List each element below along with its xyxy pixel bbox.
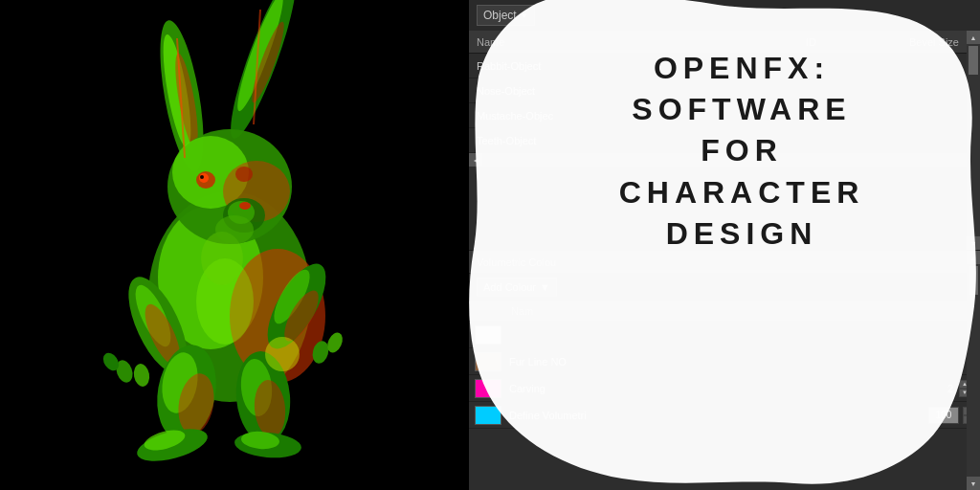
scroll-down-button[interactable]: ▼	[967, 236, 980, 250]
vertical-scrollbar[interactable]: ▲ ▼	[967, 31, 980, 250]
volumetric-color-panel: Volumetric Colou Add Colour ▼ Nam Fur Li…	[469, 251, 980, 490]
vol-scroll-thumb[interactable]	[969, 266, 978, 295]
vol-scroll-up-button[interactable]: ▲	[967, 251, 980, 264]
colour-swatch	[475, 325, 501, 345]
col-id-header: ID	[806, 36, 882, 48]
object-dropdown-label: Object	[483, 9, 517, 22]
vol-panel-header: Volumetric Colou	[469, 251, 980, 274]
vol-num-field[interactable]: 100	[936, 410, 952, 420]
h-scroll-track	[482, 153, 967, 167]
colour-row-name: Define Volumetri	[509, 410, 928, 421]
vol-vertical-scrollbar[interactable]: ▲ ▼	[967, 251, 980, 490]
colour-row-name: Fur Line NO	[509, 356, 895, 368]
add-colour-arrow: ▼	[540, 281, 550, 293]
add-colour-label: Add Colour	[483, 281, 536, 293]
scroll-left-button[interactable]: ◄	[469, 153, 482, 167]
chevron-down-icon: ▼	[521, 11, 528, 20]
vol-scroll-track	[967, 264, 980, 477]
row-name: Rabbit-Object	[477, 60, 819, 72]
right-panel: Object ▼ Name ID Bevel Size Rabbit-Objec…	[469, 0, 980, 490]
rabbit-render-svg	[0, 0, 469, 490]
svg-point-19	[235, 167, 253, 182]
colour-row[interactable]: Carving 2 ▲ ▼	[469, 375, 980, 402]
table-row[interactable]: Teeth-Object	[469, 128, 980, 153]
col-bevel-header: Bevel Size	[882, 36, 959, 48]
object-dropdown[interactable]: Object ▼	[477, 5, 535, 26]
col-name-header: Name	[477, 36, 806, 48]
row-name: Teeth-Object	[477, 135, 819, 146]
row-name: Nose-Object	[477, 85, 819, 97]
row-name: Mustache-Objec	[477, 110, 819, 122]
add-colour-button[interactable]: Add Colour ▼	[477, 278, 557, 297]
vol-panel-title: Volumetric Colou	[477, 256, 972, 268]
colour-swatch	[475, 406, 501, 425]
scroll-up-button[interactable]: ▲	[967, 31, 980, 44]
colour-row[interactable]: Define Volumetri 100 ▲ ▼	[469, 402, 980, 429]
colour-swatch	[475, 379, 501, 398]
vol-toolbar: Add Colour ▼	[469, 274, 980, 301]
vol-scroll-down-button[interactable]: ▼	[967, 477, 980, 490]
horizontal-scrollbar[interactable]: ◄ ►	[469, 153, 980, 167]
colour-row[interactable]: Fur Line NO	[469, 348, 980, 375]
svg-point-41	[265, 337, 300, 371]
left-panel-render	[0, 0, 469, 490]
table-row[interactable]: Nose-Object	[469, 78, 980, 103]
toolbar: Object ▼	[469, 0, 980, 31]
object-list-panel: Name ID Bevel Size Rabbit-Object Nose-Ob…	[469, 31, 980, 251]
svg-point-15	[239, 202, 251, 210]
scroll-track	[967, 44, 980, 236]
vol-col-headers: Nam	[469, 301, 980, 322]
svg-point-18	[200, 175, 204, 179]
table-row[interactable]: Mustache-Objec	[469, 103, 980, 128]
colour-swatch	[475, 352, 501, 371]
colour-row-carving-name: Carving	[509, 383, 924, 394]
object-list-header: Name ID Bevel Size	[469, 31, 980, 54]
vol-col-name-header: Nam	[511, 305, 972, 317]
table-row[interactable]: Rabbit-Object	[469, 54, 980, 78]
svg-point-44	[215, 215, 254, 244]
colour-row[interactable]	[469, 322, 980, 348]
scroll-thumb[interactable]	[969, 46, 978, 75]
colour-row-num: 2	[924, 383, 953, 394]
